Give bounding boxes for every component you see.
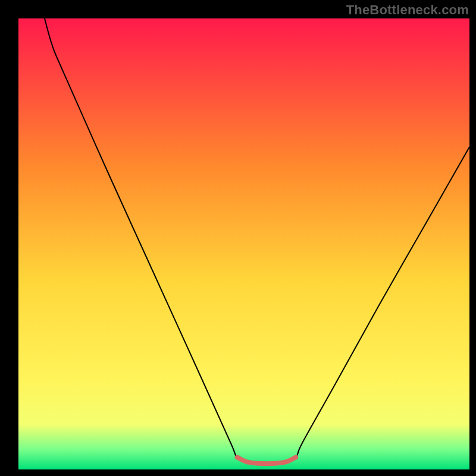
plot-background (18, 18, 469, 469)
bottleneck-chart (0, 0, 476, 476)
attribution-text: TheBottleneck.com (346, 2, 469, 18)
chart-container: { "attribution": "TheBottleneck.com", "c… (0, 0, 476, 476)
